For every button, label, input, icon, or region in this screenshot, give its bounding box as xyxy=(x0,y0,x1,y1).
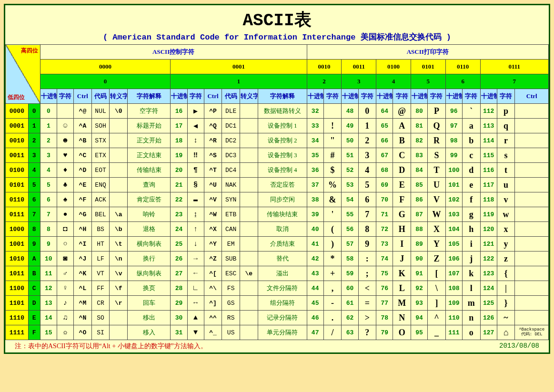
dec: 35 xyxy=(307,148,323,163)
col-dec: 十进制 xyxy=(171,89,187,104)
char: u xyxy=(497,178,515,192)
col-desc: 字符解释 xyxy=(128,89,171,104)
char: 2 xyxy=(358,133,376,148)
char: < xyxy=(358,281,376,296)
ctrl-key: ^A xyxy=(74,119,92,133)
char: X xyxy=(428,222,446,237)
char: f xyxy=(462,192,480,207)
char: D xyxy=(393,163,411,178)
dec: 102 xyxy=(445,192,462,207)
char: ` xyxy=(462,104,480,119)
hd-5: 5 xyxy=(411,74,445,89)
desc: 纵向制表 xyxy=(128,266,171,281)
ctrl-key: ^D xyxy=(74,163,92,178)
escape xyxy=(240,311,258,325)
low-bits: 0010 xyxy=(6,133,29,148)
code: GS xyxy=(222,296,240,311)
dec: 39 xyxy=(307,207,323,222)
char: v xyxy=(497,192,515,207)
sym: ♦ xyxy=(57,163,73,178)
ascii-chart-frame: ASCII表 ( American Standard Code for Info… xyxy=(4,4,550,354)
dec: 49 xyxy=(342,119,358,133)
ctrl-key: ^L xyxy=(74,281,92,296)
dec: 54 xyxy=(342,192,358,207)
dec: 66 xyxy=(376,133,393,148)
dec: 108 xyxy=(445,281,462,296)
dec: 60 xyxy=(342,281,358,296)
low-bits: 1000 xyxy=(6,222,29,237)
desc: 设备控制 4 xyxy=(258,163,307,178)
char: ~ xyxy=(497,311,515,325)
dec: 88 xyxy=(411,222,427,237)
low-hex: E xyxy=(28,311,40,325)
col-dec: 十进制 xyxy=(445,89,462,104)
sym: ● xyxy=(57,207,73,222)
sym: ▼ xyxy=(187,325,204,340)
sym: ↓ xyxy=(187,237,204,251)
dec: 75 xyxy=(376,266,393,281)
char: L xyxy=(393,281,411,296)
escape xyxy=(110,148,128,163)
low-bits: 0100 xyxy=(6,163,29,178)
dec: 2 xyxy=(40,133,57,148)
ctrl-key: ^Q xyxy=(204,119,222,133)
low-bits: 0110 xyxy=(6,192,29,207)
desc: 否定应答 xyxy=(258,178,307,192)
dec: 70 xyxy=(376,192,393,207)
sym: ◘ xyxy=(57,222,73,237)
desc: 单元分隔符 xyxy=(258,325,307,340)
low-bits: 1011 xyxy=(6,266,29,281)
dec: 114 xyxy=(480,133,497,148)
char: m xyxy=(462,296,480,311)
low-bits: 0001 xyxy=(6,119,29,133)
sym: ← xyxy=(187,266,204,281)
escape xyxy=(110,192,128,207)
low-bits: 1010 xyxy=(6,251,29,266)
char: l xyxy=(462,281,480,296)
escape xyxy=(240,192,258,207)
code: DC4 xyxy=(222,163,240,178)
ascii-table: 高四位 低四位 ASCII控制字符 ASCII打印字符 0000 0001 00… xyxy=(5,44,549,340)
char: : xyxy=(358,251,376,266)
ctrl-key: ^N xyxy=(74,311,92,325)
char: G xyxy=(393,207,411,222)
code: DC1 xyxy=(222,119,240,133)
char: a xyxy=(462,119,480,133)
escape xyxy=(240,325,258,340)
dec: 3 xyxy=(40,148,57,163)
low-bits: 0101 xyxy=(6,178,29,192)
dec: 84 xyxy=(411,163,427,178)
dec: 116 xyxy=(480,163,497,178)
dec: 48 xyxy=(342,104,358,119)
code: ESC xyxy=(222,266,240,281)
char: i xyxy=(462,237,480,251)
low-hex: 5 xyxy=(28,178,40,192)
dec: 118 xyxy=(480,192,497,207)
ctrl-key: ^] xyxy=(204,296,222,311)
col-char: 字符 xyxy=(497,89,515,104)
escape: \b xyxy=(110,222,128,237)
low-hex: 7 xyxy=(28,207,40,222)
dec: 62 xyxy=(342,311,358,325)
dec: 4 xyxy=(40,163,57,178)
char: w xyxy=(497,207,515,222)
char: 7 xyxy=(358,207,376,222)
desc: 设备控制 1 xyxy=(258,119,307,133)
desc: 移出 xyxy=(128,311,171,325)
del-ctrl xyxy=(515,178,549,192)
low-hex: 3 xyxy=(28,148,40,163)
escape: \a xyxy=(110,207,128,222)
dec: 43 xyxy=(307,266,323,281)
char: ! xyxy=(323,119,342,133)
sym: ♫ xyxy=(57,311,73,325)
char: 3 xyxy=(358,148,376,163)
ctrl-key: ^T xyxy=(204,163,222,178)
dec: 98 xyxy=(445,133,462,148)
char xyxy=(323,104,342,119)
dec: 72 xyxy=(376,222,393,237)
char: ) xyxy=(323,237,342,251)
ctrl-key: ^M xyxy=(74,296,92,311)
char: = xyxy=(358,296,376,311)
desc: 横向制表 xyxy=(128,237,171,251)
char: + xyxy=(323,266,342,281)
